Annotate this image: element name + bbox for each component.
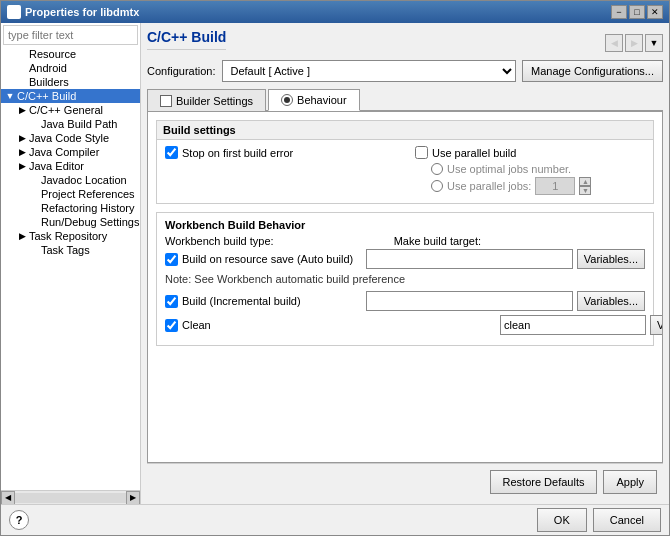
ok-button[interactable]: OK [537,508,587,532]
toggle-refactoring [29,203,39,213]
build-settings-right: Use parallel build Use optimal jobs numb… [415,146,645,197]
optimal-jobs-row: Use optimal jobs number. [431,163,645,175]
auto-build-checkbox[interactable] [165,253,178,266]
sidebar-item-javadoc[interactable]: Javadoc Location [1,173,140,187]
clean-checkbox[interactable] [165,319,178,332]
tab-behaviour[interactable]: Behaviour [268,89,360,111]
parallel-jobs-input[interactable] [535,177,575,195]
sidebar-label-java-compiler: Java Compiler [29,146,99,158]
tab-behaviour-label: Behaviour [297,94,347,106]
sidebar-item-builders[interactable]: Builders [1,75,140,89]
sidebar-label-task-tags: Task Tags [41,244,90,256]
config-label: Configuration: [147,65,216,77]
toggle-run-debug [29,217,39,227]
tree-area: Resource Android Builders ▼ C/C++ Build … [1,47,140,490]
final-buttons: OK Cancel [537,508,661,532]
scroll-track[interactable] [15,493,126,503]
spinner-buttons: ▲ ▼ [579,177,591,195]
incremental-build-row: Build (Incremental build) Variables... [165,291,645,311]
sidebar-item-task-tags[interactable]: Task Tags [1,243,140,257]
toggle-builders [17,77,27,87]
build-type-label: Workbench build type: [165,235,274,247]
incremental-variables-btn[interactable]: Variables... [577,291,645,311]
sidebar-label-javadoc: Javadoc Location [41,174,127,186]
sidebar-label-android: Android [29,62,67,74]
workbench-title: Workbench Build Behavior [165,219,645,231]
toggle-java-code-style: ▶ [17,133,27,143]
toggle-cpp-general: ▶ [17,105,27,115]
toggle-android [17,63,27,73]
parallel-jobs-label: Use parallel jobs: [447,180,531,192]
restore-defaults-button[interactable]: Restore Defaults [490,470,598,494]
sidebar-label-java-build-path: Java Build Path [41,118,117,130]
sidebar-label-resource: Resource [29,48,76,60]
sidebar-item-java-code-style[interactable]: ▶ Java Code Style [1,131,140,145]
spinner-down-btn[interactable]: ▼ [579,186,591,195]
toggle-project-refs [29,189,39,199]
sidebar-label-cpp-build: C/C++ Build [17,90,76,102]
sidebar-item-task-repo[interactable]: ▶ Task Repository [1,229,140,243]
scroll-right-btn[interactable]: ▶ [126,491,140,505]
sidebar-item-java-editor[interactable]: ▶ Java Editor [1,159,140,173]
toggle-task-repo: ▶ [17,231,27,241]
clean-build-row: Clean Variables... [165,315,645,335]
nav-back-btn[interactable]: ◀ [605,34,623,52]
build-settings-section: Build settings Stop on first build error [156,120,654,204]
toggle-java-build [29,119,39,129]
help-button[interactable]: ? [9,510,29,530]
nav-forward-btn[interactable]: ▶ [625,34,643,52]
very-bottom-bar: ? OK Cancel [1,504,669,535]
sidebar-item-run-debug[interactable]: Run/Debug Settings [1,215,140,229]
bottom-area: Restore Defaults Apply [147,463,663,498]
stop-on-error-row: Stop on first build error [165,146,395,159]
auto-build-variables-btn[interactable]: Variables... [577,249,645,269]
cancel-button[interactable]: Cancel [593,508,661,532]
sidebar: Resource Android Builders ▼ C/C++ Build … [1,23,141,504]
stop-on-error-checkbox[interactable] [165,146,178,159]
title-bar: Properties for libdmtx − □ ✕ [1,1,669,23]
use-parallel-label: Use parallel build [432,147,516,159]
sidebar-item-java-compiler[interactable]: ▶ Java Compiler [1,145,140,159]
clean-input[interactable] [500,315,646,335]
sidebar-item-java-build-path[interactable]: Java Build Path [1,117,140,131]
minimize-button[interactable]: − [611,5,627,19]
parallel-jobs-radio[interactable] [431,180,443,192]
sidebar-item-cpp-general[interactable]: ▶ C/C++ General [1,103,140,117]
maximize-button[interactable]: □ [629,5,645,19]
sidebar-item-project-refs[interactable]: Project References [1,187,140,201]
incremental-checkbox[interactable] [165,295,178,308]
manage-configurations-button[interactable]: Manage Configurations... [522,60,663,82]
content-area: Build settings Stop on first build error [147,111,663,463]
auto-build-input[interactable] [366,249,573,269]
sidebar-item-android[interactable]: Android [1,61,140,75]
config-select[interactable]: Default [ Active ] [222,60,517,82]
spinner-up-btn[interactable]: ▲ [579,177,591,186]
auto-build-row: Build on resource save (Auto build) Vari… [165,249,645,269]
toggle-cpp-build: ▼ [5,91,15,101]
apply-button[interactable]: Apply [603,470,657,494]
sidebar-item-refactoring[interactable]: Refactoring History [1,201,140,215]
workbench-content: Workbench Build Behavior Workbench build… [157,213,653,345]
filter-input[interactable] [3,25,138,45]
close-button[interactable]: ✕ [647,5,663,19]
sidebar-scrollbar[interactable]: ◀ ▶ [1,490,140,504]
build-settings-left: Stop on first build error [165,146,395,197]
optimal-jobs-label: Use optimal jobs number. [447,163,571,175]
optimal-jobs-radio[interactable] [431,163,443,175]
incremental-input[interactable] [366,291,573,311]
sidebar-label-run-debug: Run/Debug Settings [41,216,139,228]
scroll-left-btn[interactable]: ◀ [1,491,15,505]
sidebar-item-resource[interactable]: Resource [1,47,140,61]
nav-menu-btn[interactable]: ▼ [645,34,663,52]
sidebar-label-project-refs: Project References [41,188,135,200]
sidebar-item-cpp-build[interactable]: ▼ C/C++ Build [1,89,140,103]
config-row: Configuration: Default [ Active ] Manage… [147,60,663,82]
use-parallel-checkbox[interactable] [415,146,428,159]
sidebar-label-refactoring: Refactoring History [41,202,135,214]
tab-builder-settings[interactable]: Builder Settings [147,89,266,111]
page-icon [160,95,172,107]
main-window: Properties for libdmtx − □ ✕ Resource An… [0,0,670,536]
sidebar-label-task-repo: Task Repository [29,230,107,242]
tab-builder-settings-label: Builder Settings [176,95,253,107]
clean-variables-btn[interactable]: Variables... [650,315,663,335]
